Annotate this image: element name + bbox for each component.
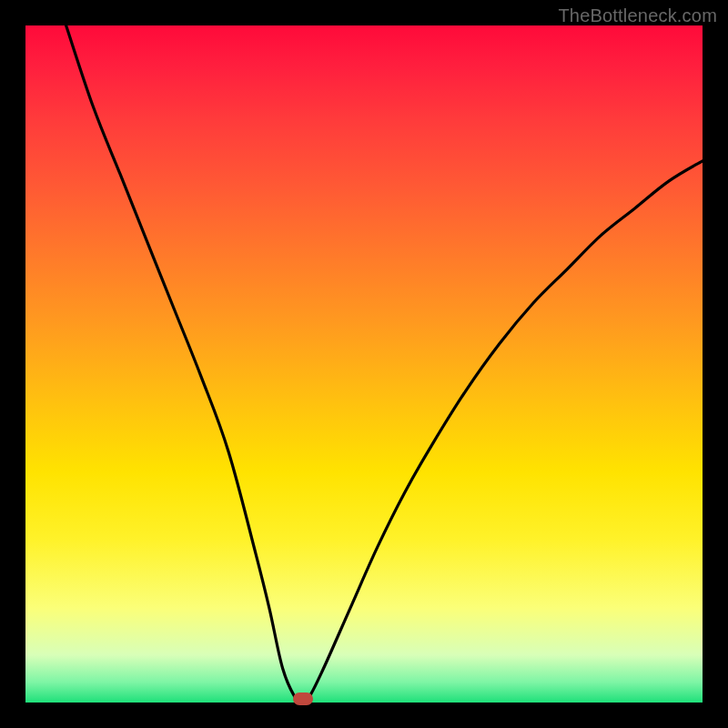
curve-svg [25, 25, 703, 703]
bottleneck-curve-path [66, 25, 703, 702]
plot-area [25, 25, 703, 703]
min-marker [293, 693, 313, 705]
chart-frame: TheBottleneck.com [0, 0, 728, 728]
watermark-text: TheBottleneck.com [558, 5, 717, 26]
